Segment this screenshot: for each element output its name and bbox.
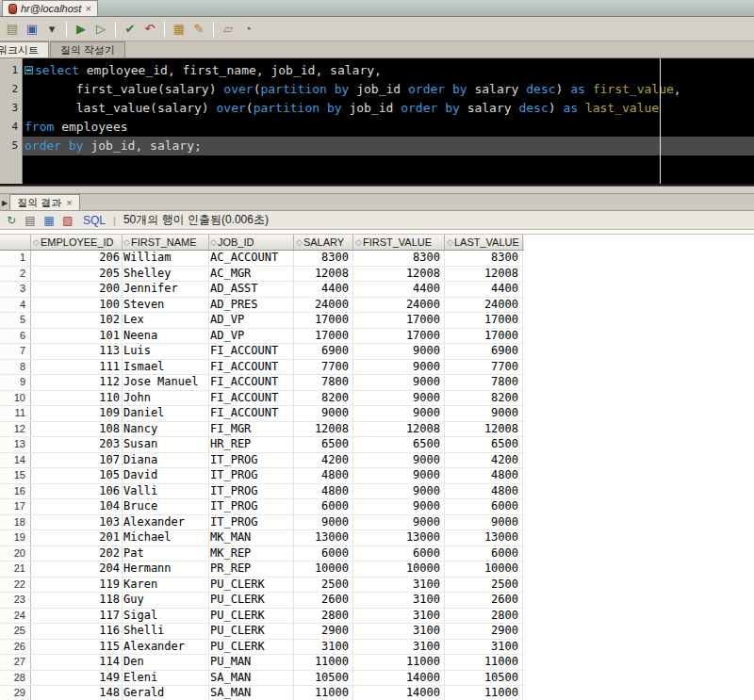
cell-last_value[interactable]: 3100 xyxy=(445,640,523,655)
cell-last_value[interactable]: 2900 xyxy=(445,624,523,639)
cell-first_value[interactable]: 6500 xyxy=(353,437,445,452)
cell-first_name[interactable]: Lex xyxy=(123,313,209,328)
cell-employee_id[interactable]: 112 xyxy=(31,375,123,390)
commit-icon[interactable]: ✔ xyxy=(122,21,139,38)
cell-employee_id[interactable]: 200 xyxy=(31,282,123,297)
cell-last_value[interactable]: 11000 xyxy=(445,686,523,700)
cell-salary[interactable]: 4400 xyxy=(294,282,353,297)
save-icon[interactable]: ▣ xyxy=(24,21,41,38)
cell-first_value[interactable]: 10000 xyxy=(353,562,445,577)
table-row[interactable]: 17104BruceIT_PROG600090006000 xyxy=(0,499,524,515)
cell-employee_id[interactable]: 117 xyxy=(31,609,123,624)
run-script-icon[interactable]: ▷ xyxy=(92,21,109,38)
cell-last_value[interactable]: 2600 xyxy=(445,593,523,608)
cell-first_name[interactable]: David xyxy=(123,468,209,483)
code-line[interactable]: last_value(salary) over(partition by job… xyxy=(23,99,754,118)
cell-first_name[interactable]: Den xyxy=(123,655,209,670)
cell-last_value[interactable]: 10000 xyxy=(445,562,523,577)
column-header-job_id[interactable]: ◇JOB_ID xyxy=(209,235,294,250)
table-row[interactable]: 21204HermannPR_REP100001000010000 xyxy=(0,562,524,578)
cell-job_id[interactable]: FI_MGR xyxy=(209,422,294,437)
cell-job_id[interactable]: HR_REP xyxy=(209,437,294,452)
cell-salary[interactable]: 2900 xyxy=(294,624,353,639)
code-line[interactable]: order by job_id, salary; xyxy=(23,137,754,155)
cell-job_id[interactable]: FI_ACCOUNT xyxy=(209,344,294,359)
cell-first_value[interactable]: 9000 xyxy=(353,515,445,530)
code-lines[interactable]: select employee_id, first_name, job_id, … xyxy=(23,58,754,184)
cell-employee_id[interactable]: 104 xyxy=(31,499,123,514)
cell-first_name[interactable]: Guy xyxy=(123,593,209,608)
cell-first_value[interactable]: 9000 xyxy=(353,499,445,514)
cell-last_value[interactable]: 8200 xyxy=(445,391,523,406)
cell-first_value[interactable]: 9000 xyxy=(353,484,445,499)
cell-job_id[interactable]: AC_MGR xyxy=(209,267,294,282)
cell-job_id[interactable]: IT_PROG xyxy=(209,499,294,514)
sql-editor[interactable]: 12345 select employee_id, first_name, jo… xyxy=(0,58,754,186)
cell-first_value[interactable]: 9000 xyxy=(353,391,445,406)
cell-employee_id[interactable]: 204 xyxy=(31,562,123,577)
cell-first_name[interactable]: Karen xyxy=(123,578,209,593)
cell-job_id[interactable]: PU_CLERK xyxy=(209,609,294,624)
cell-salary[interactable]: 17000 xyxy=(294,329,353,344)
table-row[interactable]: 23118GuyPU_CLERK260031002600 xyxy=(0,593,524,609)
cell-first_value[interactable]: 9000 xyxy=(353,406,445,421)
column-header-first_name[interactable]: ◇FIRST_NAME xyxy=(123,235,209,250)
table-row[interactable]: 5102LexAD_VP170001700017000 xyxy=(0,313,524,329)
cell-job_id[interactable]: PR_REP xyxy=(209,562,294,577)
cell-last_value[interactable]: 9000 xyxy=(445,406,523,421)
code-line[interactable]: first_value(salary) over(partition by jo… xyxy=(23,80,754,99)
cell-salary[interactable]: 12008 xyxy=(294,267,353,282)
cell-job_id[interactable]: AD_ASST xyxy=(209,282,294,297)
cell-employee_id[interactable]: 203 xyxy=(31,437,123,452)
cell-last_value[interactable]: 6000 xyxy=(445,499,523,514)
cell-first_name[interactable]: Susan xyxy=(123,437,209,452)
cell-last_value[interactable]: 8300 xyxy=(445,251,523,266)
cell-first_value[interactable]: 6000 xyxy=(353,546,445,562)
code-line[interactable]: select employee_id, first_name, job_id, … xyxy=(23,61,754,80)
table-row[interactable]: 19201MichaelMK_MAN130001300013000 xyxy=(0,530,524,546)
cell-last_value[interactable]: 17000 xyxy=(445,329,523,344)
cell-employee_id[interactable]: 114 xyxy=(31,655,123,670)
cell-salary[interactable]: 8200 xyxy=(294,391,353,406)
cell-job_id[interactable]: FI_ACCOUNT xyxy=(209,406,294,421)
cell-employee_id[interactable]: 109 xyxy=(31,406,123,421)
cell-salary[interactable]: 6000 xyxy=(294,499,353,514)
cell-job_id[interactable]: PU_CLERK xyxy=(209,624,294,639)
cell-salary[interactable]: 2800 xyxy=(294,609,353,624)
cell-salary[interactable]: 24000 xyxy=(294,298,353,313)
column-header-first_value[interactable]: ◇FIRST_VALUE xyxy=(353,235,445,250)
cell-salary[interactable]: 4200 xyxy=(294,453,353,468)
cell-job_id[interactable]: SA_MAN xyxy=(209,686,294,700)
cell-first_value[interactable]: 17000 xyxy=(353,329,445,344)
cell-last_value[interactable]: 11000 xyxy=(445,655,523,670)
cell-last_value[interactable]: 4400 xyxy=(445,282,523,297)
table-row[interactable]: 18103AlexanderIT_PROG900090009000 xyxy=(0,515,524,531)
cell-employee_id[interactable]: 111 xyxy=(31,360,123,375)
cell-salary[interactable]: 7800 xyxy=(294,375,353,390)
column-header-employee_id[interactable]: ◇EMPLOYEE_ID xyxy=(31,235,123,250)
table-row[interactable]: 1206WilliamAC_ACCOUNT830083008300 xyxy=(0,251,524,267)
cell-first_name[interactable]: Neena xyxy=(123,329,209,344)
cell-last_value[interactable]: 4800 xyxy=(445,468,523,483)
cell-first_name[interactable]: Hermann xyxy=(123,562,209,577)
clear-icon[interactable]: ▱ xyxy=(220,21,237,38)
cell-first_name[interactable]: Eleni xyxy=(123,671,209,686)
table-row[interactable]: 9112Jose ManuelFI_ACCOUNT780090007800 xyxy=(0,375,524,391)
table-row[interactable]: 7113LuisFI_ACCOUNT690090006900 xyxy=(0,344,524,360)
new-worksheet-icon[interactable]: ▤ xyxy=(4,21,21,38)
cell-salary[interactable]: 13000 xyxy=(294,530,353,545)
cell-salary[interactable]: 3100 xyxy=(294,640,353,655)
cell-employee_id[interactable]: 108 xyxy=(31,422,123,437)
cell-job_id[interactable]: MK_REP xyxy=(209,546,294,562)
table-row[interactable]: 25116ShelliPU_CLERK290031002900 xyxy=(0,624,524,640)
table-row[interactable]: 15105DavidIT_PROG480090004800 xyxy=(0,468,524,484)
cell-first_name[interactable]: Alexander xyxy=(123,640,209,655)
cell-last_value[interactable]: 6000 xyxy=(445,546,523,562)
cell-salary[interactable]: 9000 xyxy=(294,406,353,421)
table-row[interactable]: 11109DanielFI_ACCOUNT900090009000 xyxy=(0,406,524,422)
cell-first_value[interactable]: 3100 xyxy=(353,640,445,655)
cell-job_id[interactable]: PU_CLERK xyxy=(209,593,294,608)
explain-plan-icon[interactable]: ▦ xyxy=(171,21,188,38)
grid-delete-icon[interactable]: ▧ xyxy=(60,213,75,228)
cell-salary[interactable]: 2500 xyxy=(294,578,353,593)
